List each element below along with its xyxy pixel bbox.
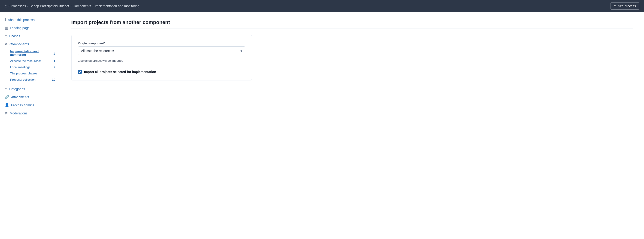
sidebar-label-categories: Categories [9, 87, 25, 91]
sidebar-label-about: About this process [8, 18, 34, 22]
sidebar-label-components: Components [10, 42, 30, 46]
breadcrumb-sep-3: / [70, 4, 71, 8]
sidebar-label-admins: Process admins [11, 103, 34, 107]
sidebar-sub-item-local[interactable]: Local meetings 2 [0, 64, 60, 70]
flag-icon: ⚑ [5, 111, 8, 115]
sidebar-label-phases: Phases [9, 34, 20, 38]
origin-component-select-wrapper: Allocate the resources! ▾ [78, 46, 245, 55]
sub-item-proposal-badge: 10 [52, 78, 55, 81]
sidebar-item-categories[interactable]: ◇ Categories [0, 85, 60, 93]
sub-item-process-phases-label: The process phases [10, 72, 37, 75]
info-icon: ℹ [5, 17, 6, 22]
breadcrumb: ⌂ / Processes / Sedep Participatory Budg… [5, 4, 139, 8]
user-icon: 👤 [5, 103, 9, 107]
grid-icon: ▦ [5, 26, 8, 30]
sidebar-item-moderations[interactable]: ⚑ Moderations [0, 109, 60, 117]
sidebar-label-attachments: Attachments [11, 95, 29, 99]
page-title: Import projects from another component [71, 19, 633, 25]
sub-item-allocate-label: Allocate the resources! [10, 59, 41, 63]
sub-item-implementation-label: Implementation and monitoring [10, 49, 54, 56]
page-layout: ℹ About this process ▦ Landing page ◇ Ph… [0, 12, 644, 239]
main-content: Import projects from another component O… [60, 12, 644, 239]
header: ⌂ / Processes / Sedep Participatory Budg… [0, 0, 644, 12]
see-process-button[interactable]: ⊙ See process [610, 2, 639, 9]
sidebar: ℹ About this process ▦ Landing page ◇ Ph… [0, 12, 60, 239]
breadcrumb-sep-4: / [92, 4, 94, 8]
attachment-icon: 🔗 [5, 95, 9, 99]
sub-item-proposal-label: Proposal collection [10, 78, 36, 81]
origin-component-label: Origin component* [78, 42, 245, 45]
breadcrumb-sep-2: / [27, 4, 28, 8]
breadcrumb-sep-1: / [8, 4, 10, 8]
see-process-label: See process [618, 4, 636, 8]
import-checkbox-row: Import all projects selected for impleme… [78, 66, 245, 74]
sidebar-item-components[interactable]: ✕ Components [0, 40, 60, 48]
sub-item-implementation-badge: 2 [54, 51, 55, 55]
sidebar-divider [0, 84, 60, 84]
breadcrumb-processes[interactable]: Processes [11, 4, 26, 8]
breadcrumb-components[interactable]: Components [73, 4, 91, 8]
import-info-text: 1 selected project will be imported [78, 59, 245, 62]
sidebar-label-moderations: Moderations [10, 111, 28, 115]
sidebar-item-admins[interactable]: 👤 Process admins [0, 101, 60, 109]
sidebar-sub-item-proposal[interactable]: Proposal collection 10 [0, 76, 60, 83]
sidebar-sub-item-process-phases[interactable]: The process phases [0, 70, 60, 76]
sidebar-item-landing[interactable]: ▦ Landing page [0, 24, 60, 32]
sidebar-sub-item-allocate[interactable]: Allocate the resources! 1 [0, 58, 60, 64]
sidebar-sub-item-implementation[interactable]: Implementation and monitoring 2 [0, 48, 60, 58]
sub-item-allocate-badge: 1 [54, 59, 55, 63]
title-divider [71, 28, 633, 28]
sidebar-item-phases[interactable]: ◇ Phases [0, 32, 60, 40]
breadcrumb-implementation[interactable]: Implementation and monitoring [95, 4, 139, 8]
sidebar-item-attachments[interactable]: 🔗 Attachments [0, 93, 60, 101]
sidebar-label-landing: Landing page [10, 26, 30, 30]
breadcrumb-sedep[interactable]: Sedep Participatory Budget [30, 4, 69, 8]
sub-item-local-badge: 2 [54, 65, 55, 69]
category-icon: ◇ [5, 87, 8, 91]
import-all-checkbox[interactable] [78, 70, 82, 74]
close-icon: ✕ [5, 42, 8, 46]
diamond-icon: ◇ [5, 34, 8, 38]
origin-component-select[interactable]: Allocate the resources! [78, 46, 245, 55]
import-form-card: Origin component* Allocate the resources… [71, 35, 252, 80]
import-all-label[interactable]: Import all projects selected for impleme… [84, 70, 156, 74]
sidebar-item-about[interactable]: ℹ About this process [0, 16, 60, 24]
sub-item-local-label: Local meetings [10, 65, 30, 69]
see-process-icon: ⊙ [614, 4, 616, 8]
home-icon[interactable]: ⌂ [5, 4, 7, 8]
